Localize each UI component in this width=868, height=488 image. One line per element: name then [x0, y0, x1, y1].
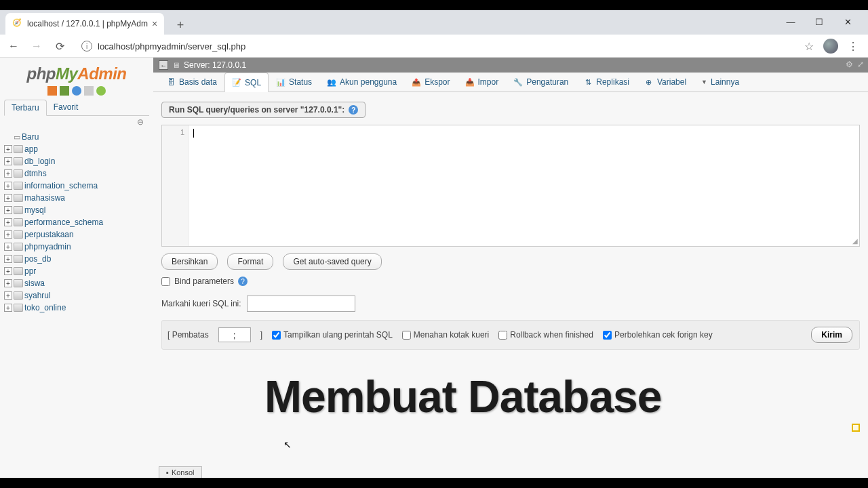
page-pin-icon[interactable]: ⤢ [857, 60, 864, 69]
database-icon [14, 267, 23, 275]
kebab-menu-icon[interactable]: ⋮ [848, 40, 859, 53]
tree-db-item[interactable]: +ppr [4, 265, 149, 277]
collapse-sidebar-button[interactable]: ← [159, 60, 168, 70]
database-icon [14, 157, 23, 165]
import-icon: 📥 [465, 77, 475, 87]
tab-replication[interactable]: ⇅Replikasi [576, 73, 637, 92]
maximize-button[interactable]: ☐ [810, 17, 829, 27]
tree-db-item[interactable]: +performance_schema [4, 216, 149, 228]
show-again-checkbox[interactable] [272, 331, 281, 340]
tab-status[interactable]: 📊Status [269, 73, 319, 92]
tree-db-item[interactable]: +dtmhs [4, 167, 149, 180]
tab-variables[interactable]: ⊕Variabel [637, 73, 694, 92]
tab-export[interactable]: 📤Ekspor [404, 73, 457, 92]
maximize-panel-icon[interactable] [852, 424, 860, 432]
database-icon [14, 218, 23, 226]
url-box[interactable]: i localhost/phpmyadmin/server_sql.php [75, 38, 797, 54]
sql-editor[interactable]: 1 ◢ [161, 125, 860, 247]
tab-users[interactable]: 👥Akun pengguna [319, 73, 404, 92]
autosaved-button[interactable]: Get auto-saved query [283, 253, 381, 270]
expand-icon[interactable]: + [4, 279, 12, 287]
bookmark-input[interactable] [247, 296, 355, 312]
expand-icon[interactable]: + [4, 157, 12, 165]
tree-db-item[interactable]: +information_schema [4, 180, 149, 192]
resize-grip-icon[interactable]: ◢ [852, 237, 858, 245]
home-icon[interactable] [47, 86, 57, 96]
tree-db-item[interactable]: +syahrul [4, 289, 149, 302]
minimize-button[interactable]: — [781, 17, 800, 27]
tab-recent[interactable]: Terbaru [4, 100, 47, 116]
retain-checkbox[interactable] [402, 331, 411, 340]
tree-new[interactable]: ▭ Baru [4, 131, 149, 143]
bookmark-star-icon[interactable]: ☆ [804, 40, 814, 53]
server-label: Server: 127.0.0.1 [184, 60, 246, 70]
tree-db-item[interactable]: +siswa [4, 277, 149, 289]
settings-icon[interactable] [84, 86, 94, 96]
editor-gutter: 1 [162, 125, 189, 246]
delimiter-input[interactable] [218, 327, 251, 342]
tree-db-item[interactable]: +app [4, 143, 149, 155]
reload-button[interactable]: ⟳ [52, 40, 68, 53]
forward-button[interactable]: → [28, 40, 45, 52]
expand-icon[interactable]: + [4, 194, 12, 202]
tree-db-item[interactable]: +mysql [4, 204, 149, 216]
expand-icon[interactable]: + [4, 304, 12, 312]
help-icon[interactable]: ? [238, 277, 248, 286]
main-content: ← 🖥 Server: 127.0.0.1 ⚙ ⤢ 🗄Basis data 📝S… [153, 58, 868, 478]
editor-textarea[interactable] [189, 125, 859, 246]
clear-button[interactable]: Bersihkan [161, 253, 218, 270]
expand-icon[interactable]: + [4, 218, 12, 226]
export-icon: 📤 [412, 77, 421, 87]
help-icon[interactable]: ? [349, 105, 358, 115]
collapse-all-icon[interactable]: ⊖ [137, 117, 144, 127]
logout-icon[interactable] [60, 86, 69, 96]
reload-nav-icon[interactable] [96, 86, 106, 96]
close-icon[interactable]: × [152, 18, 157, 29]
expand-icon[interactable]: + [4, 255, 12, 263]
tree-db-item[interactable]: +phpmyadmin [4, 241, 149, 253]
tree-db-item[interactable]: +pos_db [4, 253, 149, 265]
new-tab-button[interactable]: + [171, 16, 190, 35]
expand-icon[interactable]: + [4, 145, 12, 153]
close-window-button[interactable]: ✕ [838, 17, 857, 27]
sidebar-tabs: Terbaru Favorit [4, 100, 149, 116]
window-controls: — ☐ ✕ [774, 10, 864, 34]
bind-params-checkbox[interactable] [161, 277, 170, 286]
site-info-icon[interactable]: i [81, 41, 92, 52]
rollback-checkbox[interactable] [498, 331, 507, 340]
tree-db-item[interactable]: +mahasiswa [4, 192, 149, 204]
expand-icon[interactable]: + [4, 182, 12, 190]
profile-avatar[interactable] [823, 39, 838, 54]
phpmyadmin-logo[interactable]: phpMyAdmin [4, 60, 149, 85]
tree-db-item[interactable]: +toko_online [4, 302, 149, 314]
format-button[interactable]: Format [227, 253, 273, 270]
tab-databases[interactable]: 🗄Basis data [159, 73, 224, 92]
back-button[interactable]: ← [5, 40, 22, 52]
variables-icon: ⊕ [644, 77, 654, 87]
tab-sql[interactable]: 📝SQL [224, 73, 269, 92]
expand-icon[interactable]: + [4, 206, 12, 214]
sidebar-toolbar [4, 85, 149, 100]
sidebar: phpMyAdmin Terbaru Favorit ⊖ ▭ Baru +app… [0, 58, 153, 478]
expand-icon[interactable]: + [4, 169, 12, 178]
console-tab[interactable]: ▪ Konsol [159, 466, 202, 478]
expand-icon[interactable]: + [4, 243, 12, 251]
expand-icon[interactable]: + [4, 230, 12, 239]
database-tree: ▭ Baru +app+db_login+dtmhs+information_s… [4, 128, 149, 317]
tree-db-item[interactable]: +db_login [4, 155, 149, 167]
page-settings-icon[interactable]: ⚙ [846, 60, 853, 69]
submit-button[interactable]: Kirim [811, 327, 852, 343]
database-icon: 🗄 [166, 77, 176, 87]
phpmyadmin-favicon-icon: 🧭 [12, 18, 23, 29]
browser-tab[interactable]: 🧭 localhost / 127.0.0.1 | phpMyAdm × [5, 13, 164, 35]
tree-db-item[interactable]: +perpustakaan [4, 228, 149, 241]
sql-panel-header: Run SQL query/queries on server "127.0.0… [161, 102, 366, 118]
docs-icon[interactable] [72, 86, 81, 96]
tab-settings[interactable]: 🔧Pengaturan [506, 73, 576, 92]
tab-favorite[interactable]: Favorit [47, 100, 85, 115]
expand-icon[interactable]: + [4, 291, 12, 300]
expand-icon[interactable]: + [4, 267, 12, 275]
fk-checkbox[interactable] [603, 331, 612, 340]
tab-more[interactable]: ▼Lainnya [694, 73, 747, 92]
tab-import[interactable]: 📥Impor [458, 73, 507, 92]
